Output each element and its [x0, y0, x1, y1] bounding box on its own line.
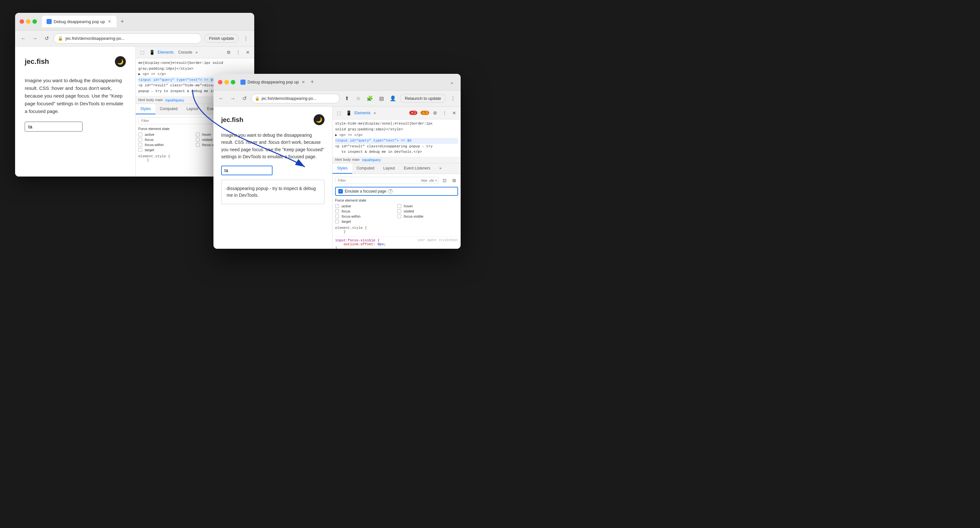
checkbox-hover-1[interactable] — [196, 132, 200, 137]
browser-content-2: jec.fish 🌙 Imagine you want to debug the… — [213, 107, 461, 249]
device-icon-1[interactable]: 📱 — [148, 48, 156, 56]
bc-input-2[interactable]: input#query — [361, 157, 382, 162]
state-grid-2: :active :hover :focus :visited — [335, 204, 458, 223]
checkbox-active-1[interactable] — [138, 132, 142, 137]
new-tab-btn-1[interactable]: + — [118, 17, 127, 26]
checkbox-focus-within-1[interactable] — [138, 143, 142, 147]
settings-icon-1[interactable]: ⚙ — [225, 48, 232, 56]
inspect-icon-2[interactable]: ⬚ — [335, 109, 343, 117]
bc-html-1[interactable]: html — [138, 98, 145, 102]
address-bar-2[interactable]: 🔒 jec.fish/demo/disappearing-po... — [251, 94, 340, 103]
cls-badge-2[interactable]: .cls — [428, 178, 434, 182]
popup-text-2: dissappearing popup - try to inspect & d… — [227, 186, 316, 198]
plus-badge-2[interactable]: + — [435, 178, 437, 182]
back-button-2[interactable]: ← — [217, 94, 226, 103]
computed-view-icon-2[interactable]: ⊡ — [441, 177, 449, 184]
checkbox-focus-2[interactable] — [335, 209, 339, 213]
grid-icon-2[interactable]: ⊞ — [450, 177, 458, 184]
styles-tab-1[interactable]: Styles — [136, 104, 155, 114]
minimize-button-2[interactable] — [224, 80, 229, 84]
devtools-styles-2: :hov .cls + ⊡ ⊞ ✓ Emulate a focused page… — [332, 174, 461, 249]
checkbox-target-1[interactable] — [138, 148, 142, 152]
emulate-info-icon[interactable]: ? — [388, 189, 393, 194]
emulate-focused-checkbox[interactable]: ✓ — [338, 189, 343, 194]
close-button-1[interactable] — [19, 19, 24, 24]
relaunch-update-button[interactable]: Relaunch to update — [400, 94, 446, 103]
devtools-code-2: style-hide-me{display:none};#result{bord… — [332, 119, 461, 157]
more-tabs-2[interactable]: » — [374, 111, 376, 115]
more-tabs-1[interactable]: » — [196, 50, 198, 54]
checkbox-hover-2[interactable] — [398, 204, 401, 208]
checkbox-focus-visible-1[interactable] — [196, 143, 200, 147]
dark-toggle-2[interactable]: 🌙 — [313, 114, 325, 125]
inspect-icon-1[interactable]: ⬚ — [138, 48, 146, 56]
page-logo-1: jec.fish 🌙 — [25, 56, 126, 67]
more-icon-1[interactable]: ⋮ — [234, 48, 242, 56]
finish-update-button[interactable]: Finish update — [204, 34, 239, 43]
more-style-tabs-2[interactable]: » — [435, 163, 446, 173]
dark-toggle-1[interactable]: 🌙 — [115, 56, 126, 67]
profile-icon-2[interactable]: 👤 — [388, 94, 398, 103]
tab-title-2: Debug disappearing pop up — [248, 80, 299, 84]
layout-tab-2[interactable]: Layout — [379, 163, 399, 173]
menu-button-2[interactable]: ⋮ — [449, 94, 457, 103]
query-input-1[interactable] — [25, 122, 83, 132]
computed-tab-2[interactable]: Computed — [352, 163, 379, 173]
checkbox-focus-within-2[interactable] — [335, 215, 339, 218]
close-devtools-1[interactable]: ✕ — [244, 48, 252, 56]
reload-button-1[interactable]: ↺ — [42, 34, 51, 43]
tab-close-1[interactable]: ✕ — [107, 19, 112, 24]
checkbox-target-2[interactable] — [335, 219, 339, 223]
bc-body-2[interactable]: body — [343, 157, 351, 162]
highlighted-code-2[interactable]: <input id="query" type="text"> == $0 — [335, 138, 458, 144]
elements-tab-2[interactable]: Elements — [355, 111, 371, 115]
console-tab-1[interactable]: Console — [178, 50, 192, 54]
event-listeners-tab-2[interactable]: Event Listeners — [399, 163, 435, 173]
close-devtools-2[interactable]: ✕ — [450, 109, 458, 117]
address-bar-1[interactable]: 🔒 jec.fish/demo/disappearing-po... — [54, 33, 202, 44]
minimize-button-1[interactable] — [26, 19, 30, 24]
hov-badge-2[interactable]: :hov — [420, 178, 427, 182]
maximize-button-1[interactable] — [32, 19, 37, 24]
checkbox-active-2[interactable] — [335, 204, 339, 208]
menu-button-1[interactable]: ⋮ — [242, 34, 250, 43]
query-input-2[interactable] — [221, 165, 272, 175]
share-icon-2[interactable]: ⬆ — [342, 94, 351, 103]
new-tab-btn-2[interactable]: + — [308, 78, 317, 87]
computed-tab-1[interactable]: Computed — [155, 104, 182, 114]
chevron-down-icon-2[interactable]: ⌄ — [447, 78, 456, 87]
bc-main-1[interactable]: main — [155, 98, 163, 102]
query-input-wrapper-2 — [221, 165, 325, 175]
tab-area-1: Debug disappearing pop up ✕ + — [42, 16, 250, 27]
tab-favicon-2 — [240, 80, 245, 85]
bc-main-2[interactable]: main — [352, 157, 360, 162]
forward-button-1[interactable]: → — [30, 34, 40, 43]
bc-input-1[interactable]: input#query — [164, 98, 185, 102]
more-icon-2[interactable]: ⋮ — [441, 109, 449, 117]
device-icon-2[interactable]: 📱 — [345, 109, 352, 117]
reading-mode-icon-2[interactable]: ▤ — [377, 94, 386, 103]
settings-icon-2[interactable]: ⚙ — [431, 109, 439, 117]
layout-tab-1[interactable]: Layout — [182, 104, 202, 114]
extensions-icon-2[interactable]: 🧩 — [365, 94, 374, 103]
bookmark-icon-2[interactable]: ☆ — [354, 94, 363, 103]
page-body-text-1: Imagine you want to debug the dissappear… — [25, 77, 126, 115]
active-tab-1[interactable]: Debug disappearing pop up ✕ — [42, 16, 116, 27]
checkbox-focus-visible-2[interactable] — [398, 215, 401, 218]
back-button-1[interactable]: ← — [19, 34, 28, 43]
forward-button-2[interactable]: → — [228, 94, 237, 103]
state-focus-within-2: :focus-within — [335, 215, 396, 218]
maximize-button-2[interactable] — [231, 80, 235, 84]
checkbox-visited-2[interactable] — [398, 209, 401, 213]
bc-body-1[interactable]: body — [146, 98, 154, 102]
tab-close-2[interactable]: ✕ — [301, 80, 306, 85]
close-button-2[interactable] — [218, 80, 223, 84]
elements-tab-1[interactable]: Elements — [158, 50, 173, 54]
warn-badge-2: ⚠3 — [420, 111, 429, 115]
bc-html-2[interactable]: html — [335, 157, 342, 162]
checkbox-visited-1[interactable] — [196, 138, 200, 142]
reload-button-2[interactable]: ↺ — [240, 94, 249, 103]
styles-tab-2[interactable]: Styles — [332, 163, 352, 173]
checkbox-focus-1[interactable] — [138, 138, 142, 142]
filter-input-2[interactable] — [336, 177, 419, 184]
